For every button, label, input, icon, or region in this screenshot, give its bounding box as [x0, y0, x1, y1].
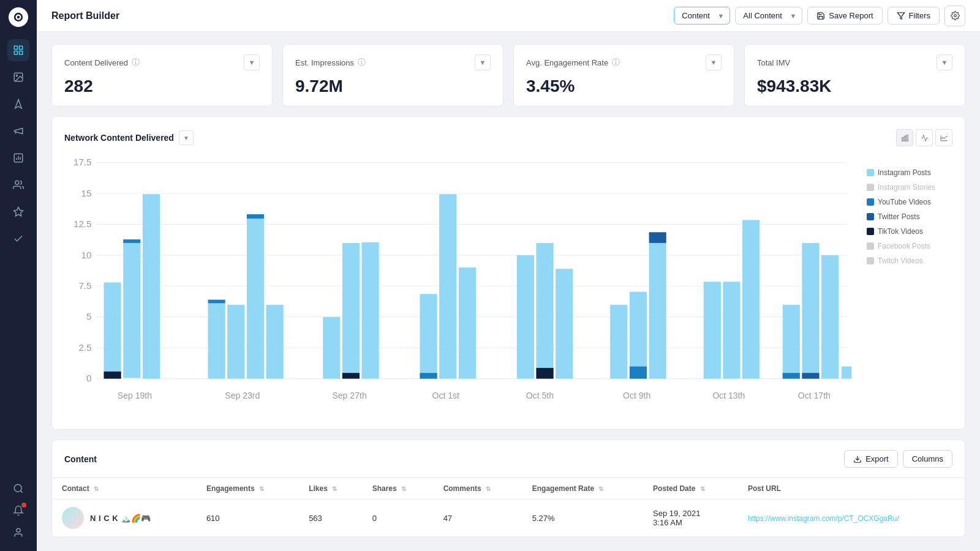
bar	[227, 305, 244, 379]
sidebar-item-search[interactable]	[7, 478, 29, 500]
bar	[649, 243, 666, 379]
legend-dot-instagram-posts	[867, 169, 874, 176]
table-row: N I C K 🏔️🌈🎮 610 563 0 47 5.27% Sep 19, …	[52, 500, 965, 537]
metric-label-imv: Total IMV	[757, 58, 790, 67]
metric-value-content-delivered: 282	[64, 77, 260, 96]
svg-rect-6	[20, 51, 23, 54]
post-url-link[interactable]: https://www.instagram.com/p/CT_OCXGgaRu/	[748, 514, 899, 523]
bar	[802, 373, 819, 378]
metric-cards: Content Delivered ⓘ ▼ 282 Est. Impressio…	[51, 44, 965, 107]
bar	[420, 294, 437, 378]
posted-date: Sep 19, 2021 3:16 AM	[653, 509, 700, 527]
th-posted-date[interactable]: Posted Date ⇅	[643, 478, 738, 500]
td-posted-date: Sep 19, 2021 3:16 AM	[643, 500, 738, 537]
sidebar-item-star[interactable]	[7, 201, 29, 223]
contact-cell: N I C K 🏔️🌈🎮	[62, 507, 187, 529]
header-controls: Content ▼ All Content ▼ Save Report Filt…	[674, 6, 965, 26]
th-contact[interactable]: Contact ⇅	[52, 478, 197, 500]
chart-type-bar[interactable]	[896, 129, 913, 146]
bar	[342, 243, 360, 379]
bar-chart-svg: 0 2.5 5 7.5 10 12.5 15	[64, 156, 854, 414]
x-label: Sep 23rd	[225, 391, 260, 400]
metric-dropdown-engagement[interactable]: ▼	[706, 54, 722, 70]
sidebar-item-dashboard[interactable]	[7, 39, 29, 61]
bar	[362, 242, 379, 379]
svg-point-14	[15, 181, 19, 184]
sidebar-item-users[interactable]	[7, 174, 29, 196]
metric-card-engagement: Avg. Engagement Rate ⓘ ▼ 3.45%	[513, 44, 734, 107]
legend-label-twitter-posts: Twitter Posts	[878, 212, 920, 221]
sidebar-item-image[interactable]	[7, 66, 29, 88]
th-engagements[interactable]: Engagements ⇅	[197, 478, 299, 500]
th-likes[interactable]: Likes ⇅	[299, 478, 363, 500]
x-label: Oct 5th	[526, 391, 554, 400]
svg-marker-19	[897, 12, 905, 19]
chart-type-icons	[896, 129, 952, 146]
page-header: Report Builder Content ▼ All Content ▼ S…	[37, 0, 980, 32]
td-likes: 563	[299, 500, 363, 537]
sidebar-item-campaign[interactable]	[7, 93, 29, 115]
legend-item-tiktok-videos: TikTok Videos	[867, 227, 952, 236]
sidebar-item-check[interactable]	[7, 228, 29, 250]
th-engagement-rate[interactable]: Engagement Rate ⇅	[522, 478, 643, 500]
td-engagements: 610	[197, 500, 299, 537]
bar	[842, 367, 851, 379]
svg-rect-3	[14, 46, 17, 49]
save-report-label: Save Report	[829, 11, 873, 20]
gear-icon	[951, 11, 960, 20]
settings-button[interactable]	[944, 6, 965, 26]
legend-item-youtube-videos: YouTube Videos	[867, 198, 952, 206]
bar	[208, 300, 225, 304]
chart-type-area[interactable]	[935, 129, 952, 146]
bar	[439, 194, 456, 378]
sidebar-item-account[interactable]	[7, 522, 29, 544]
svg-text:7.5: 7.5	[78, 280, 91, 291]
save-report-button[interactable]: Save Report	[807, 7, 882, 24]
svg-point-16	[14, 484, 21, 492]
bar	[556, 269, 573, 378]
bar	[420, 373, 437, 378]
bar	[323, 317, 340, 379]
all-content-filter-wrapper: All Content ▼	[735, 7, 802, 24]
metric-dropdown-imv[interactable]: ▼	[937, 54, 952, 70]
legend-item-facebook-posts: Facebook Posts	[867, 242, 952, 250]
bar	[104, 372, 121, 379]
sort-icon-engagements: ⇅	[259, 486, 264, 492]
sidebar-item-notifications[interactable]	[7, 500, 29, 522]
legend-label-facebook-posts: Facebook Posts	[878, 242, 930, 250]
bar	[802, 243, 819, 379]
svg-point-20	[954, 15, 956, 17]
bar	[104, 282, 121, 378]
td-shares: 0	[363, 500, 434, 537]
metric-dropdown-impressions[interactable]: ▼	[475, 54, 491, 70]
chart-title: Network Content Delivered	[64, 133, 174, 143]
sidebar-item-reports[interactable]	[7, 147, 29, 169]
export-button[interactable]: Export	[844, 450, 898, 468]
svg-text:10: 10	[81, 250, 92, 260]
x-label: Sep 19th	[118, 391, 152, 400]
x-label: Oct 17th	[798, 391, 831, 400]
th-shares[interactable]: Shares ⇅	[363, 478, 434, 500]
all-content-filter-select[interactable]: All Content	[735, 7, 802, 24]
filters-button[interactable]: Filters	[888, 7, 940, 24]
info-icon-impressions: ⓘ	[358, 57, 366, 68]
chart-area: 0 2.5 5 7.5 10 12.5 15	[64, 156, 952, 417]
metric-dropdown-content-delivered[interactable]: ▼	[244, 54, 260, 70]
svg-marker-15	[14, 208, 23, 216]
sidebar-item-megaphone[interactable]	[7, 120, 29, 142]
chart-title-dropdown[interactable]: ▼	[179, 130, 194, 145]
app-logo	[9, 7, 28, 27]
x-label: Sep 27th	[332, 391, 366, 400]
svg-point-18	[17, 528, 20, 532]
columns-button[interactable]: Columns	[903, 450, 952, 468]
sort-icon-comments: ⇅	[486, 486, 491, 492]
chart-plot: 0 2.5 5 7.5 10 12.5 15	[64, 156, 854, 417]
bar	[143, 194, 160, 378]
th-comments[interactable]: Comments ⇅	[434, 478, 522, 500]
td-contact: N I C K 🏔️🌈🎮	[52, 500, 197, 537]
content-filter-select[interactable]: Content	[674, 7, 730, 24]
chart-type-line[interactable]	[916, 129, 933, 146]
th-post-url[interactable]: Post URL	[738, 478, 965, 500]
chart-legend: Instagram Posts Instagram Stories YouTub…	[867, 156, 952, 417]
metric-label-engagement: Avg. Engagement Rate ⓘ	[526, 57, 620, 68]
